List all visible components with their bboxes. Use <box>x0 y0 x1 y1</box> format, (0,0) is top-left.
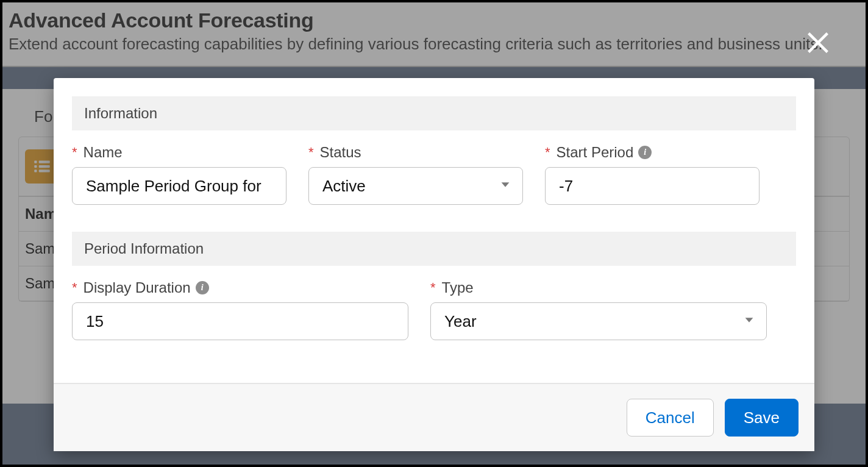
type-select[interactable] <box>430 302 767 340</box>
info-icon[interactable]: i <box>638 146 652 159</box>
section-period-information: Period Information <box>72 232 796 266</box>
cancel-button[interactable]: Cancel <box>627 399 714 437</box>
save-button[interactable]: Save <box>725 399 799 437</box>
display-duration-input[interactable] <box>72 302 408 340</box>
name-label: *Name <box>72 144 286 161</box>
modal-footer: Cancel Save <box>54 383 814 451</box>
status-label: *Status <box>308 144 523 161</box>
close-icon <box>805 29 831 56</box>
info-icon[interactable]: i <box>196 281 209 294</box>
name-input[interactable] <box>72 167 286 205</box>
type-label: *Type <box>430 279 767 296</box>
start-period-input[interactable] <box>545 167 760 205</box>
edit-period-group-modal: Information *Name *Status <box>54 78 814 451</box>
close-button[interactable] <box>805 29 831 59</box>
display-duration-label: *Display Duration i <box>72 279 408 296</box>
section-information: Information <box>72 96 796 130</box>
status-select[interactable] <box>308 167 523 205</box>
start-period-label: *Start Period i <box>545 144 760 161</box>
